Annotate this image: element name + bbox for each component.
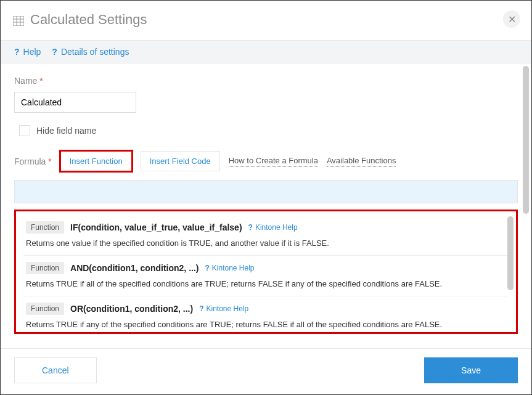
kintone-help-label: Kintone Help [206, 304, 248, 313]
formula-input[interactable] [14, 180, 518, 203]
function-signature: IF(condition, value_if_true, value_if_fa… [70, 222, 242, 232]
save-button[interactable]: Save [424, 357, 518, 383]
formula-label: Formula * [14, 157, 52, 166]
hide-field-name-label: Hide field name [36, 126, 96, 136]
dialog-titlebar: Calculated Settings ✕ [1, 1, 531, 40]
question-icon: ? [248, 223, 253, 232]
function-item-and[interactable]: Function AND(condition1, condition2, ...… [23, 256, 509, 296]
function-list-panel: Function IF(condition, value_if_true, va… [14, 210, 518, 334]
insert-function-button[interactable]: Insert Function [60, 151, 132, 171]
function-signature: OR(condition1, condition2, ...) [70, 304, 193, 314]
function-item-header: Function OR(condition1, condition2, ...)… [26, 303, 506, 315]
svg-rect-0 [13, 16, 24, 26]
calculator-icon [13, 16, 24, 26]
name-label-text: Name [14, 76, 37, 86]
function-item-if[interactable]: Function IF(condition, value_if_true, va… [23, 215, 509, 256]
name-input[interactable] [14, 92, 136, 113]
dialog-title: Calculated Settings [30, 12, 147, 28]
function-description: Returns TRUE if all of the specified con… [26, 279, 506, 288]
content-scrollbar[interactable] [523, 66, 529, 214]
available-functions-link[interactable]: Available Functions [327, 156, 396, 167]
content-area: Name * Hide field name Formula * Insert … [1, 63, 531, 348]
formula-row: Formula * Insert Function Insert Field C… [14, 151, 518, 171]
close-icon: ✕ [508, 14, 516, 25]
dialog-footer: Cancel Save [1, 348, 531, 394]
help-link-label: Help [23, 47, 41, 57]
kintone-help-label: Kintone Help [255, 223, 298, 232]
function-item-or[interactable]: Function OR(condition1, condition2, ...)… [23, 296, 509, 332]
cancel-button[interactable]: Cancel [14, 357, 97, 383]
kintone-help-label: Kintone Help [212, 264, 255, 272]
formula-label-text: Formula [14, 157, 46, 166]
calculated-settings-dialog: Calculated Settings ✕ ? Help ? Details o… [0, 0, 532, 395]
question-icon: ? [205, 264, 209, 272]
help-bar: ? Help ? Details of settings [1, 40, 531, 63]
function-badge: Function [26, 262, 64, 274]
function-description: Returns one value if the specified condi… [26, 238, 506, 248]
function-badge: Function [26, 303, 64, 315]
function-item-header: Function AND(condition1, condition2, ...… [26, 262, 506, 274]
function-item-header: Function IF(condition, value_if_true, va… [26, 221, 506, 234]
question-icon: ? [199, 304, 203, 313]
insert-field-code-button[interactable]: Insert Field Code [141, 151, 220, 171]
question-icon: ? [14, 47, 20, 57]
hide-field-name-row[interactable]: Hide field name [14, 125, 518, 136]
function-list-scrollbar[interactable] [507, 216, 514, 290]
hide-field-name-checkbox[interactable] [19, 125, 30, 136]
function-signature: AND(condition1, condition2, ...) [70, 263, 198, 273]
function-badge: Function [26, 221, 64, 234]
kintone-help-link[interactable]: ? Kintone Help [248, 223, 298, 232]
help-link[interactable]: ? Help [14, 47, 41, 57]
details-link-label: Details of settings [61, 47, 129, 57]
kintone-help-link[interactable]: ? Kintone Help [205, 264, 254, 272]
required-asterisk: * [48, 157, 51, 166]
question-icon: ? [52, 47, 57, 57]
details-of-settings-link[interactable]: ? Details of settings [52, 47, 129, 57]
kintone-help-link[interactable]: ? Kintone Help [199, 304, 248, 313]
function-list[interactable]: Function IF(condition, value_if_true, va… [16, 211, 516, 332]
function-description: Returns TRUE if any of the specified con… [26, 320, 506, 329]
required-asterisk: * [39, 76, 43, 86]
content-scroll[interactable]: Name * Hide field name Formula * Insert … [1, 63, 531, 348]
close-button[interactable]: ✕ [503, 10, 520, 28]
name-label: Name * [14, 76, 518, 86]
how-to-create-formula-link[interactable]: How to Create a Formula [229, 156, 318, 167]
